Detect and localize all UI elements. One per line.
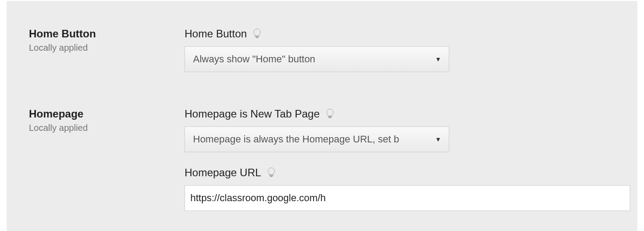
field-label-row: Homepage URL [185, 166, 615, 179]
field-label-row: Homepage is New Tab Page [185, 108, 615, 120]
homepage-url-input[interactable] [185, 185, 630, 211]
home-button-section: Home Button Locally applied Home Button … [29, 28, 615, 72]
field-label: Homepage is New Tab Page [185, 108, 320, 120]
section-content: Homepage is New Tab Page Homepage is alw… [185, 108, 615, 211]
section-scope: Locally applied [29, 43, 185, 53]
select-value: Homepage is always the Homepage URL, set… [193, 134, 399, 145]
select-value: Always show "Home" button [193, 53, 315, 65]
homepage-newtab-select-wrapper: Homepage is always the Homepage URL, set… [185, 126, 449, 152]
homepage-newtab-select[interactable]: Homepage is always the Homepage URL, set… [185, 126, 449, 152]
homepage-url-field: Homepage URL [185, 166, 615, 211]
section-title: Home Button [29, 28, 185, 40]
home-button-field: Home Button Always show "Home" button ▼ [185, 28, 615, 72]
home-button-select[interactable]: Always show "Home" button [185, 46, 449, 72]
section-header: Home Button Locally applied [29, 28, 185, 72]
lightbulb-icon[interactable] [324, 108, 336, 120]
section-title: Homepage [29, 108, 185, 120]
section-header: Homepage Locally applied [29, 108, 185, 211]
lightbulb-icon[interactable] [251, 28, 263, 40]
section-scope: Locally applied [29, 123, 185, 133]
lightbulb-icon[interactable] [266, 167, 277, 178]
field-label-row: Home Button [185, 28, 615, 40]
homepage-newtab-field: Homepage is New Tab Page Homepage is alw… [185, 108, 615, 152]
field-label: Homepage URL [185, 166, 261, 179]
homepage-section: Homepage Locally applied Homepage is New… [29, 108, 615, 211]
settings-panel: Home Button Locally applied Home Button … [7, 1, 637, 231]
field-label: Home Button [185, 28, 247, 40]
section-content: Home Button Always show "Home" button ▼ [185, 28, 615, 72]
home-button-select-wrapper: Always show "Home" button ▼ [185, 46, 449, 72]
